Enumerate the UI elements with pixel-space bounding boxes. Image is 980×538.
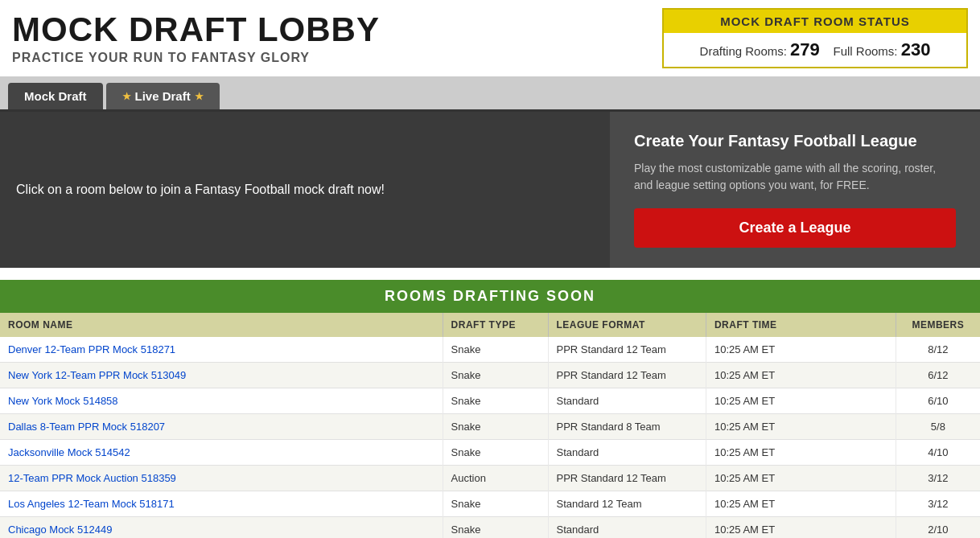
site-subtitle: PRACTICE YOUR RUN TO FANTASY GLORY [12,51,380,65]
league-format-cell: PPR Standard 12 Team [548,363,706,388]
status-box: MOCK DRAFT ROOM STATUS Drafting Rooms: 2… [662,8,968,68]
draft-time-cell: 10:25 AM ET [706,491,896,517]
draft-time-cell: 10:25 AM ET [706,466,896,491]
promo-section: Click on a room below to join a Fantasy … [0,112,980,268]
members-cell: 3/12 [896,491,980,517]
draft-type-cell: Snake [443,414,548,440]
draft-type-cell: Auction [443,466,548,491]
star-icon-left: ★ [122,91,131,102]
table-row: New York 12-Team PPR Mock 513049 Snake P… [0,363,980,388]
room-name-cell: Los Angeles 12-Team Mock 518171 [0,491,443,517]
tab-bar: Mock Draft ★ Live Draft ★ [0,76,980,112]
room-name-link[interactable]: Denver 12-Team PPR Mock 518271 [8,343,175,355]
page-header: MOCK DRAFT LOBBY PRACTICE YOUR RUN TO FA… [0,0,980,76]
draft-type-cell: Snake [443,337,548,363]
draft-type-cell: Snake [443,491,548,517]
room-name-cell: New York Mock 514858 [0,388,443,414]
promo-left-text: Click on a room below to join a Fantasy … [16,183,385,197]
promo-left: Click on a room below to join a Fantasy … [0,112,610,268]
league-format-cell: Standard [548,440,706,466]
section-title: ROOMS DRAFTING SOON [0,280,980,313]
draft-time-cell: 10:25 AM ET [706,517,896,539]
room-name-cell: Jacksonville Mock 514542 [0,440,443,466]
draft-time-cell: 10:25 AM ET [706,414,896,440]
league-format-cell: PPR Standard 12 Team [548,337,706,363]
members-cell: 6/12 [896,363,980,388]
full-label: Full Rooms: [834,44,898,58]
promo-title: Create Your Fantasy Football League [634,132,956,150]
members-cell: 2/10 [896,517,980,539]
table-row: 12-Team PPR Mock Auction 518359 Auction … [0,466,980,491]
site-title: MOCK DRAFT LOBBY [12,11,380,48]
league-format-cell: PPR Standard 12 Team [548,466,706,491]
league-format-cell: Standard 12 Team [548,491,706,517]
members-cell: 8/12 [896,337,980,363]
promo-desc: Play the most customizable game with all… [634,160,956,194]
room-name-link[interactable]: Los Angeles 12-Team Mock 518171 [8,498,175,510]
col-header-draft: DRAFT TYPE [443,313,548,337]
draft-time-cell: 10:25 AM ET [706,440,896,466]
room-name-link[interactable]: Jacksonville Mock 514542 [8,446,130,458]
room-name-link[interactable]: Dallas 8-Team PPR Mock 518207 [8,421,165,433]
draft-time-cell: 10:25 AM ET [706,337,896,363]
room-name-link[interactable]: 12-Team PPR Mock Auction 518359 [8,472,176,484]
members-cell: 3/12 [896,466,980,491]
draft-type-cell: Snake [443,440,548,466]
table-row: Denver 12-Team PPR Mock 518271 Snake PPR… [0,337,980,363]
tab-live-draft[interactable]: ★ Live Draft ★ [106,83,220,109]
star-icon-right: ★ [195,91,204,102]
tab-mock-draft[interactable]: Mock Draft [8,83,103,109]
table-body: Denver 12-Team PPR Mock 518271 Snake PPR… [0,337,980,538]
table-header: ROOM NAME DRAFT TYPE LEAGUE FORMAT DRAFT… [0,313,980,337]
members-cell: 5/8 [896,414,980,440]
drafting-count: 279 [790,39,820,60]
table-row: Jacksonville Mock 514542 Snake Standard … [0,440,980,466]
status-body: Drafting Rooms: 279 Full Rooms: 230 [664,33,966,67]
draft-type-cell: Snake [443,517,548,539]
draft-time-cell: 10:25 AM ET [706,388,896,414]
room-name-link[interactable]: New York 12-Team PPR Mock 513049 [8,369,186,381]
members-cell: 6/10 [896,388,980,414]
room-name-cell: Chicago Mock 512449 [0,517,443,539]
col-header-members: MEMBERS [896,313,980,337]
room-name-link[interactable]: New York Mock 514858 [8,395,118,407]
rooms-section: ROOMS DRAFTING SOON ROOM NAME DRAFT TYPE… [0,280,980,538]
draft-time-cell: 10:25 AM ET [706,363,896,388]
room-name-link[interactable]: Chicago Mock 512449 [8,524,112,536]
col-header-name: ROOM NAME [0,313,443,337]
full-count: 230 [901,39,931,60]
promo-right: Create Your Fantasy Football League Play… [610,112,980,268]
col-header-time: DRAFT TIME [706,313,896,337]
room-name-cell: Denver 12-Team PPR Mock 518271 [0,337,443,363]
league-format-cell: Standard [548,388,706,414]
drafting-label: Drafting Rooms: [700,44,787,58]
members-cell: 4/10 [896,440,980,466]
draft-type-cell: Snake [443,363,548,388]
table-row: Dallas 8-Team PPR Mock 518207 Snake PPR … [0,414,980,440]
table-row: Chicago Mock 512449 Snake Standard 10:25… [0,517,980,539]
league-format-cell: Standard [548,517,706,539]
site-title-block: MOCK DRAFT LOBBY PRACTICE YOUR RUN TO FA… [12,11,380,64]
draft-type-cell: Snake [443,388,548,414]
col-header-format: LEAGUE FORMAT [548,313,706,337]
create-league-button[interactable]: Create a League [634,208,956,248]
rooms-table: ROOM NAME DRAFT TYPE LEAGUE FORMAT DRAFT… [0,313,980,538]
room-name-cell: 12-Team PPR Mock Auction 518359 [0,466,443,491]
table-row: New York Mock 514858 Snake Standard 10:2… [0,388,980,414]
status-title: MOCK DRAFT ROOM STATUS [664,10,966,33]
table-row: Los Angeles 12-Team Mock 518171 Snake St… [0,491,980,517]
league-format-cell: PPR Standard 8 Team [548,414,706,440]
room-name-cell: Dallas 8-Team PPR Mock 518207 [0,414,443,440]
room-name-cell: New York 12-Team PPR Mock 513049 [0,363,443,388]
